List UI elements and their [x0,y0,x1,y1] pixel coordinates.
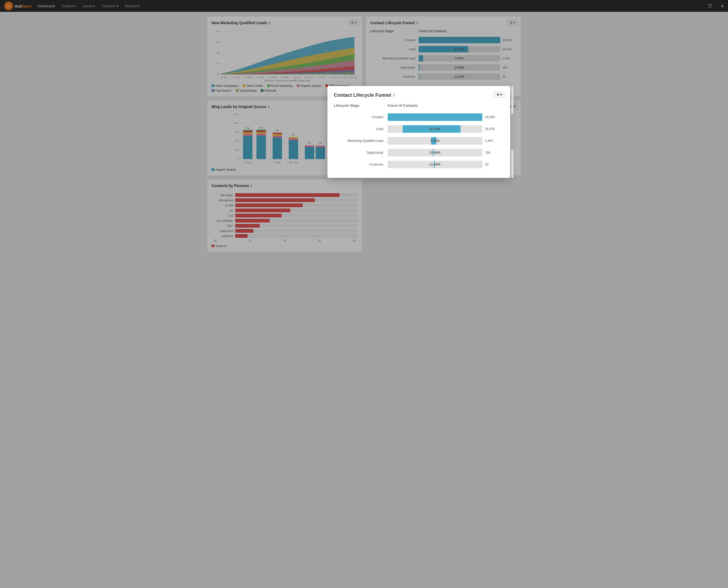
modal-row-customer: Customer 11.34% 22 [334,160,504,169]
modal-row-opportunity: Opportunity 13.46% 194 [334,148,504,158]
modal-scrollbar-thumb [511,114,514,150]
modal-info-icon[interactable]: ℹ [393,93,395,97]
modal-gear-btn[interactable]: ⚙ ▾ [494,91,505,98]
modal-row-created: Created 44,093 [334,112,504,122]
modal-scrollbar [511,86,514,178]
modal-funnel-header: Lifecycle Stage Count of Contacts [334,103,504,109]
modal-row-lead: Lead 61.18% 26,976 [334,124,504,134]
modal-row-mql: Marketing Qualified Lead 5.34% 1,441 [334,136,504,146]
modal-title: Contact Lifecycle Funnel ℹ [334,92,504,98]
lifecycle-modal: Contact Lifecycle Funnel ℹ ⚙ ▾ Lifecycle… [328,86,510,178]
modal-overlay[interactable]: Contact Lifecycle Funnel ℹ ⚙ ▾ Lifecycle… [0,0,728,256]
